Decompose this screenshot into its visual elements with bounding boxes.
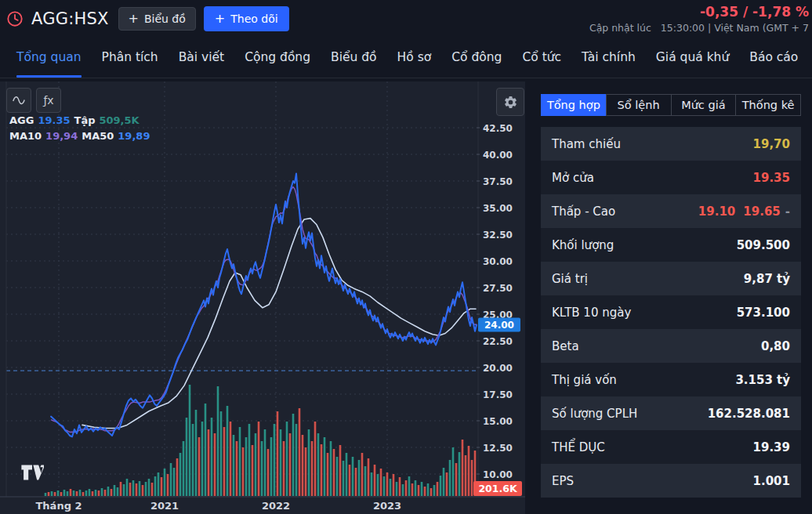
stat-value: 0,80: [761, 339, 790, 353]
stats-tab-2[interactable]: Mức giá: [671, 94, 737, 116]
volume-bar: [120, 482, 122, 496]
main-tab-2[interactable]: Bài viết: [169, 38, 234, 78]
volume-bar: [352, 457, 354, 496]
volume-bar: [368, 458, 370, 496]
volume-bar: [383, 476, 386, 496]
stat-value: 509.500: [737, 238, 790, 252]
volume-bar: [89, 489, 91, 496]
volume-bar: [192, 424, 194, 496]
volume-bar: [70, 489, 72, 496]
legend-line-1: AGG19.35Tập509,5K: [9, 113, 154, 128]
indicators-button[interactable]: ƒx: [36, 88, 61, 113]
volume-bar: [92, 491, 94, 496]
app-root: AGG:HSX + Biểu đồ + Theo dõi -0,35 / -1,…: [0, 0, 812, 514]
main-tab-5[interactable]: Hồ sơ: [387, 38, 442, 78]
volume-bar: [45, 493, 47, 496]
y-axis-label: 22.50: [483, 336, 513, 347]
main-tab-6[interactable]: Cổ đông: [441, 38, 512, 78]
volume-bar: [51, 491, 53, 496]
volume-bar: [452, 447, 455, 496]
main-tab-9[interactable]: Giá quá khứ: [646, 38, 739, 78]
volume-bar: [220, 411, 223, 496]
main-tab-3[interactable]: Cộng đồng: [234, 38, 321, 78]
volume-bar: [280, 429, 282, 496]
active-tab-underline: [16, 75, 82, 78]
stats-tab-0[interactable]: Tổng hợp: [541, 94, 607, 116]
stat-label: Thị giá vốn: [552, 373, 617, 387]
volume-bar: [151, 483, 154, 496]
main-area: 42.5040.0037.5035.0032.5030.0027.5025.00…: [0, 78, 812, 514]
volume-bar: [82, 492, 85, 496]
volume-bar: [79, 490, 82, 496]
price-chart-canvas[interactable]: 42.5040.0037.5035.0032.5030.0027.5025.00…: [0, 81, 525, 514]
stats-tab-1[interactable]: Sổ lệnh: [606, 94, 672, 116]
volume-bar: [459, 452, 461, 496]
volume-bar: [176, 458, 179, 496]
volume-bar: [258, 422, 260, 496]
chart-toolbar: ƒx: [6, 88, 61, 113]
volume-bar: [67, 491, 69, 496]
volume-bar: [186, 418, 188, 496]
volume-badge-text: 201.6K: [478, 483, 518, 494]
main-tab-8[interactable]: Tài chính: [571, 38, 646, 78]
stat-value: 9,87 tỷ: [744, 272, 790, 286]
volume-bar: [95, 490, 97, 496]
y-axis-label: 27.50: [483, 283, 513, 294]
stat-row: Mở cửa19.35: [541, 161, 801, 194]
volume-bar: [455, 463, 458, 496]
volume-bar: [145, 482, 147, 496]
volume-bar: [446, 472, 448, 496]
line-style-button[interactable]: [6, 88, 31, 113]
volume-bar: [252, 445, 254, 496]
volume-bar: [343, 461, 345, 496]
header-left: AGG:HSX + Biểu đồ + Theo dõi: [6, 6, 289, 31]
volume-bar: [321, 444, 323, 496]
legend-ma50-value: 19,89: [118, 130, 150, 142]
follow-button[interactable]: + Theo dõi: [204, 6, 289, 31]
volume-bar: [126, 479, 129, 496]
main-tab-1[interactable]: Phân tích: [92, 38, 169, 78]
tradingview-logo[interactable]: [20, 464, 44, 481]
volume-bar: [433, 485, 436, 496]
y-axis-label: 10.00: [483, 469, 513, 480]
main-tab-7[interactable]: Cổ tức: [512, 38, 571, 78]
volume-bar: [114, 485, 116, 496]
volume-bar: [465, 455, 467, 496]
volume-bar: [302, 435, 304, 496]
x-axis-label: 2022: [262, 500, 290, 512]
price-change: -0,35 / -1,78 %: [700, 5, 809, 20]
y-axis-label: 15.00: [483, 416, 513, 427]
volume-bar: [443, 468, 445, 496]
volume-bar: [346, 453, 348, 496]
volume-bar: [85, 490, 88, 496]
volume-bar: [245, 437, 248, 496]
main-tab-0[interactable]: Tổng quan: [6, 38, 92, 78]
stat-label: THỂ DỤC: [552, 440, 605, 454]
chart-legend: AGG19.35Tập509,5K MA1019,94MA5019,89: [9, 113, 154, 144]
x-axis-label: 2023: [373, 500, 401, 512]
add-chart-button[interactable]: + Biểu đồ: [118, 7, 196, 31]
volume-bar: [377, 474, 379, 496]
volume-bar: [396, 482, 398, 496]
legend-ma10-value: 19,94: [45, 130, 78, 142]
legend-volume-label: Tập: [74, 114, 96, 126]
volume-bar: [339, 445, 342, 496]
updated-value: 15:30:00 | Việt Nam (GMT + 7: [661, 22, 809, 34]
volume-bar: [117, 487, 119, 496]
main-tab-10[interactable]: Báo cáo: [739, 38, 808, 78]
legend-price: 19.35: [38, 114, 70, 126]
stat-label: Số lượng CPLH: [552, 407, 637, 421]
stats-tab-3[interactable]: Thống kê: [735, 94, 801, 116]
y-axis-label: 35.00: [483, 203, 513, 214]
volume-bar: [101, 488, 103, 496]
volume-bar: [468, 446, 470, 496]
stat-row: THỂ DỤC19.39: [541, 430, 801, 464]
stat-label: Giá trị: [552, 272, 588, 286]
volume-bar: [440, 476, 442, 496]
volume-bar: [73, 490, 75, 496]
chart-settings-button[interactable]: [496, 88, 524, 116]
volume-bar: [264, 429, 266, 496]
header: AGG:HSX + Biểu đồ + Theo dõi -0,35 / -1,…: [0, 0, 812, 38]
stat-row: Thị giá vốn3.153 tỷ: [541, 363, 801, 396]
main-tab-4[interactable]: Biểu đồ: [321, 38, 387, 78]
